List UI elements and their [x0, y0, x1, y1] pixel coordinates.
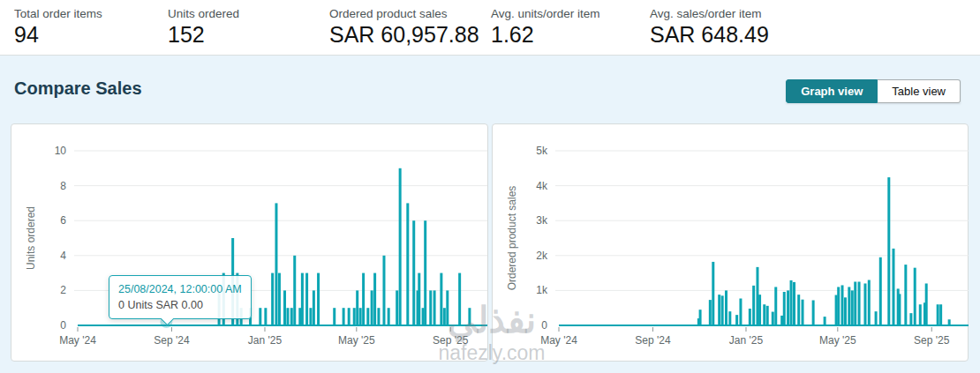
metric-ordered-product-sales: Ordered product sales SAR 60,957.88	[329, 7, 479, 48]
tooltip-date: 25/08/2024, 12:00:00 AM	[118, 281, 242, 297]
svg-text:0: 0	[60, 319, 66, 332]
svg-text:2: 2	[60, 284, 66, 296]
svg-text:Jan '25: Jan '25	[248, 334, 283, 347]
svg-text:1k: 1k	[536, 284, 548, 296]
metrics-bar: Total order items 94 Units ordered 152 O…	[0, 0, 980, 56]
view-toggle: Graph view Table view	[786, 79, 961, 103]
graph-view-button[interactable]: Graph view	[786, 79, 878, 103]
metric-total-order-items: Total order items 94	[14, 7, 102, 48]
chart-tooltip: 25/08/2024, 12:00:00 AM 0 Units SAR 0.00	[109, 275, 252, 319]
metric-label: Total order items	[14, 7, 102, 20]
metric-value: SAR 60,957.88	[329, 22, 479, 48]
svg-text:May '25: May '25	[819, 334, 856, 347]
metric-value: 94	[14, 22, 102, 48]
svg-text:4: 4	[60, 250, 66, 262]
svg-text:May '24: May '24	[540, 334, 577, 347]
metric-label: Units ordered	[168, 7, 239, 20]
metric-avg-sales-per-order: Avg. sales/order item SAR 648.49	[650, 7, 769, 48]
table-view-button[interactable]: Table view	[878, 79, 961, 103]
metric-units-ordered: Units ordered 152	[168, 7, 239, 48]
svg-text:10: 10	[55, 145, 67, 157]
svg-text:Sep '25: Sep '25	[914, 334, 950, 347]
metric-label: Avg. sales/order item	[650, 7, 769, 20]
svg-text:4k: 4k	[536, 180, 548, 192]
units-ordered-card: 0246810May '24Sep '24Jan '25May '25Sep '…	[11, 123, 488, 362]
metric-label: Ordered product sales	[329, 7, 479, 20]
metric-label: Avg. units/order item	[491, 7, 600, 20]
svg-text:May '25: May '25	[338, 334, 375, 347]
svg-text:3k: 3k	[536, 214, 548, 227]
svg-text:Sep '24: Sep '24	[154, 334, 190, 347]
svg-text:Sep '25: Sep '25	[433, 334, 469, 347]
svg-text:5k: 5k	[536, 145, 548, 157]
svg-text:0: 0	[541, 319, 547, 332]
svg-text:May '24: May '24	[59, 334, 96, 347]
svg-text:8: 8	[60, 180, 66, 192]
tooltip-value: 0 Units SAR 0.00	[118, 297, 242, 313]
units-ordered-chart[interactable]: 0246810May '24Sep '24Jan '25May '25Sep '…	[11, 124, 489, 362]
product-sales-chart[interactable]: 01k2k3k4k5kMay '24Sep '24Jan '25May '25S…	[493, 124, 969, 362]
metric-value: 152	[168, 22, 239, 48]
metric-avg-units-per-order: Avg. units/order item 1.62	[491, 7, 600, 48]
page-title: Compare Sales	[14, 78, 142, 99]
svg-text:2k: 2k	[536, 250, 548, 262]
svg-text:Sep '24: Sep '24	[635, 334, 671, 347]
svg-text:Ordered product sales: Ordered product sales	[506, 186, 518, 291]
svg-text:6: 6	[60, 214, 66, 227]
svg-text:Units ordered: Units ordered	[25, 206, 37, 270]
metric-value: SAR 648.49	[650, 22, 769, 48]
product-sales-card: 01k2k3k4k5kMay '24Sep '24Jan '25May '25S…	[492, 123, 969, 362]
metric-value: 1.62	[491, 22, 600, 48]
svg-text:Jan '25: Jan '25	[729, 334, 764, 347]
